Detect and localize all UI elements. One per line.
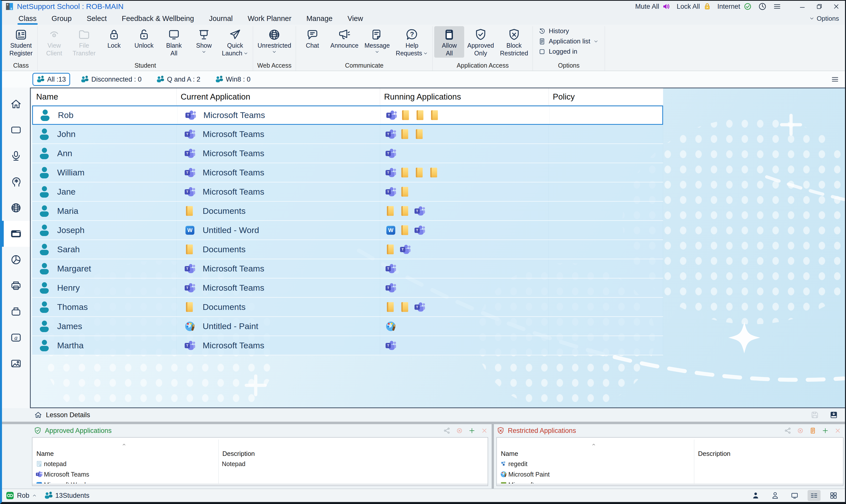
menu-icon[interactable] [773,2,781,11]
list-column-description[interactable]: Description [694,450,843,457]
export-icon[interactable] [829,410,839,420]
add-icon[interactable] [468,427,476,434]
minimize-button[interactable] [798,3,806,10]
list-menu-icon[interactable] [830,75,840,84]
table-row[interactable]: Sarah Documents T [32,240,663,259]
table-row[interactable]: Margaret TMicrosoft Teams T [32,259,663,278]
ribbon-button-view-client[interactable]: ViewClient [39,26,69,58]
ribbon-tab-view[interactable]: View [341,14,370,23]
ribbon-button-file-transfer[interactable]: FileTransfer [69,26,99,58]
student-tab-q-and-a-2[interactable]: Q and A : 2 [152,73,205,86]
table-row[interactable]: John TMicrosoft Teams T [32,125,663,144]
ribbon-tab-manage[interactable]: Manage [300,14,339,23]
students-count[interactable]: 13Students [44,491,90,500]
list-column-description[interactable]: Description [218,450,488,457]
internet-status-button[interactable]: Internet [717,2,752,11]
table-row[interactable]: Joseph WUntitled - Word WT [32,221,663,240]
horizontal-scrollbar[interactable] [497,484,843,486]
list-icon[interactable] [809,427,816,434]
horizontal-scrollbar[interactable] [33,484,488,486]
list-item[interactable]: regedit [497,458,843,469]
sidebar-item-device-control[interactable] [2,299,30,325]
table-row[interactable]: Ann TMicrosoft Teams T [32,144,663,163]
sidebar-item-web-control[interactable] [2,195,30,221]
clock-icon[interactable] [758,2,767,11]
list-column-name[interactable]: Name [497,450,694,457]
ribbon-button-allow-all[interactable]: AllowAll [434,26,464,58]
column-header-policy[interactable]: Policy [549,88,663,105]
add-icon[interactable] [822,427,829,434]
ribbon-button-approved-only[interactable]: ApprovedOnly [464,26,497,58]
sidebar-item-time-usage[interactable] [2,247,30,273]
connected-user[interactable]: Rob [5,491,37,500]
options-dropdown[interactable]: Options [809,15,839,22]
clear-icon[interactable] [797,427,804,434]
view-person-outline[interactable] [769,490,781,501]
table-row[interactable]: Martha TMicrosoft Teams T [32,336,663,355]
maximize-button[interactable] [815,3,823,10]
sidebar-item-monitor-view[interactable] [2,117,30,143]
sidebar-item-application-control[interactable] [2,221,30,247]
view-person-filled[interactable] [749,490,762,501]
column-header-running-applications[interactable]: Running Applications [380,88,549,105]
table-row[interactable]: Maria Documents T [32,202,663,221]
view-list-view[interactable] [808,490,821,501]
ribbon-button-unlock[interactable]: Unlock [129,26,159,50]
column-header-current-application[interactable]: Current Application [177,88,380,105]
share-icon[interactable] [784,427,792,434]
delete-icon[interactable] [481,427,488,434]
ribbon-button-unrestricted[interactable]: Unrestricted [255,26,294,55]
ribbon-tab-group[interactable]: Group [45,14,78,23]
ribbon-option-logged-in[interactable]: Logged in [538,48,577,55]
ribbon-button-message[interactable]: Message [361,26,393,55]
table-row[interactable]: Thomas Documents T [32,298,663,317]
sidebar-item-audio[interactable] [2,143,30,169]
table-row[interactable]: Jane TMicrosoft Teams T [32,182,663,202]
view-grid-view[interactable] [827,490,840,501]
student-tab-all-13[interactable]: All :13 [33,73,70,86]
save-icon[interactable] [810,410,820,420]
ribbon-button-lock[interactable]: Lock [99,26,129,50]
sidebar-item-wellbeing[interactable] [2,169,30,195]
table-row[interactable]: Rob TMicrosoft Teams T [32,106,663,125]
ribbon-button-blank-all[interactable]: BlankAll [159,26,189,58]
close-button[interactable] [832,3,840,10]
ribbon-option-application-list[interactable]: Application list [538,37,599,45]
table-row[interactable]: Henry TMicrosoft Teams T [32,278,663,298]
sidebar-item-print-control[interactable] [2,273,30,299]
ribbon-button-quick-launch[interactable]: QuickLaunch [219,26,251,58]
sidebar-item-typing-history[interactable]: a [2,325,30,350]
ribbon-option-history[interactable]: History [538,27,569,35]
ribbon-button-help-requests[interactable]: ?HelpRequests [393,26,431,58]
ribbon-tab-work-planner[interactable]: Work Planner [241,14,298,23]
ribbon-button-block-restricted[interactable]: BlockRestricted [497,26,531,58]
ribbon-tab-class[interactable]: Class [12,14,43,23]
student-tab-disconnected-0[interactable]: Disconnected : 0 [77,73,146,86]
list-item[interactable]: TMicrosoft Teams [33,469,488,480]
student-icon [39,282,50,294]
ribbon-tab-select[interactable]: Select [80,14,113,23]
list-item[interactable]: notepad Notepad [33,458,488,469]
table-row[interactable]: James Untitled - Paint [32,317,663,336]
mute-all-button[interactable]: Mute All [635,2,671,11]
column-header-name[interactable]: Name [32,88,177,105]
share-icon[interactable] [443,427,451,434]
ribbon-group-student: ViewClient FileTransfer Lock Unlock Blan… [38,26,253,71]
table-row[interactable]: William TMicrosoft Teams T [32,163,663,182]
delete-icon[interactable] [834,427,842,434]
student-tab-win8-0[interactable]: Win8 : 0 [211,73,255,86]
list-column-name[interactable]: Name [33,450,218,457]
teams-icon: T [185,264,195,274]
ribbon-button-student-register[interactable]: StudentRegister [6,26,36,58]
ribbon-tab-journal[interactable]: Journal [202,14,239,23]
ribbon-button-chat[interactable]: Chat [298,26,327,50]
view-monitor-view[interactable] [788,490,801,501]
sidebar-item-screen-capture[interactable] [2,350,30,377]
ribbon-button-announce[interactable]: Announce [327,26,362,50]
list-item[interactable]: Microsoft Paint [497,469,843,480]
ribbon-button-show[interactable]: Show [189,26,219,55]
sidebar-item-home[interactable] [2,91,30,117]
clear-icon[interactable] [456,427,463,434]
ribbon-tab-feedback-wellbeing[interactable]: Feedback & Wellbeing [115,14,201,23]
lock-all-button[interactable]: Lock All [677,2,712,11]
